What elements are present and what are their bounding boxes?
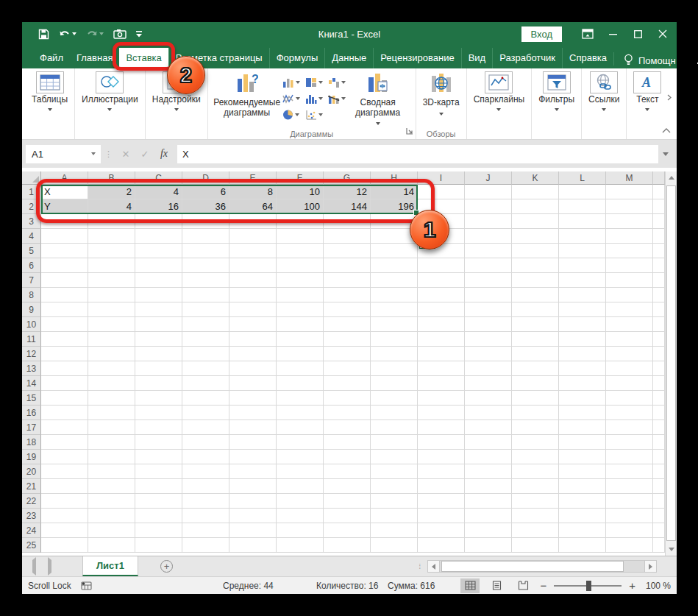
cell-E12[interactable] [229, 347, 277, 361]
cell-C15[interactable] [135, 391, 182, 406]
cell-E22[interactable] [229, 494, 277, 509]
row-header-6[interactable]: 6 [22, 258, 41, 273]
cell-I21[interactable] [418, 479, 465, 494]
cell-E18[interactable] [229, 435, 277, 450]
cell-K19[interactable] [512, 450, 559, 464]
ribbon-more-icon[interactable] [667, 91, 672, 104]
row-header-24[interactable]: 24 [22, 523, 41, 538]
cell-M8[interactable] [606, 288, 653, 302]
cell-A25[interactable] [41, 538, 88, 553]
cell-E17[interactable] [229, 420, 277, 435]
cell-H21[interactable] [371, 479, 418, 494]
cell-H12[interactable] [371, 347, 418, 361]
cell-partial[interactable] [653, 376, 665, 391]
cell-J13[interactable] [465, 361, 512, 376]
cell-H5[interactable] [371, 244, 418, 258]
cell-D17[interactable] [182, 420, 229, 435]
cell-H10[interactable] [371, 317, 418, 332]
cell-A19[interactable] [41, 450, 88, 464]
sparklines-button[interactable]: Спарклайны [471, 71, 528, 111]
cell-L20[interactable] [559, 464, 606, 479]
row-header-25[interactable]: 25 [22, 538, 41, 553]
cell-F18[interactable] [277, 435, 324, 450]
cell-B17[interactable] [88, 420, 135, 435]
cell-I19[interactable] [418, 450, 465, 464]
cell-A1[interactable]: X [41, 185, 88, 199]
cell-partial[interactable] [653, 523, 665, 538]
cell-B10[interactable] [88, 317, 135, 332]
cell-F13[interactable] [277, 361, 324, 376]
cell-D1[interactable]: 6 [182, 185, 229, 199]
cell-G23[interactable] [324, 509, 371, 523]
cell-J4[interactable] [465, 229, 512, 244]
cell-J19[interactable] [465, 450, 512, 464]
cell-partial[interactable] [653, 435, 665, 450]
cell-B7[interactable] [88, 273, 135, 288]
cell-K24[interactable] [512, 523, 559, 538]
cell-C22[interactable] [135, 494, 182, 509]
row-header-7[interactable]: 7 [22, 273, 41, 288]
cell-L19[interactable] [559, 450, 606, 464]
maximize-button[interactable] [625, 22, 650, 46]
cell-F25[interactable] [277, 538, 324, 553]
cell-B12[interactable] [88, 347, 135, 361]
cell-A7[interactable] [41, 273, 88, 288]
cell-partial[interactable] [653, 494, 665, 509]
cell-L18[interactable] [559, 435, 606, 450]
column-header-G[interactable]: G [324, 171, 371, 185]
cell-B8[interactable] [88, 288, 135, 302]
cell-M14[interactable] [606, 376, 653, 391]
cell-F24[interactable] [277, 523, 324, 538]
cell-A15[interactable] [41, 391, 88, 406]
cell-H6[interactable] [371, 258, 418, 273]
cell-A20[interactable] [41, 464, 88, 479]
cell-B2[interactable]: 4 [88, 199, 135, 214]
cell-partial[interactable] [653, 361, 665, 376]
minimize-button[interactable] [600, 22, 625, 46]
cell-A18[interactable] [41, 435, 88, 450]
cell-E14[interactable] [229, 376, 277, 391]
cell-H8[interactable] [371, 288, 418, 302]
cell-K5[interactable] [512, 244, 559, 258]
cell-E2[interactable]: 64 [229, 199, 277, 214]
select-all-corner[interactable] [22, 171, 41, 185]
row-header-14[interactable]: 14 [22, 376, 41, 391]
row-header-22[interactable]: 22 [22, 494, 41, 509]
cell-H14[interactable] [371, 376, 418, 391]
cell-L3[interactable] [559, 214, 606, 229]
cell-C1[interactable]: 4 [135, 185, 182, 199]
tab-file[interactable]: Файл [33, 48, 70, 68]
cell-L8[interactable] [559, 288, 606, 302]
cell-D16[interactable] [182, 406, 229, 420]
cell-B14[interactable] [88, 376, 135, 391]
line-chart-icon[interactable] [282, 91, 305, 107]
cell-B13[interactable] [88, 361, 135, 376]
cell-K16[interactable] [512, 406, 559, 420]
cell-G17[interactable] [324, 420, 371, 435]
cell-G24[interactable] [324, 523, 371, 538]
cell-F7[interactable] [277, 273, 324, 288]
row-header-12[interactable]: 12 [22, 347, 41, 361]
cell-L21[interactable] [559, 479, 606, 494]
cell-I11[interactable] [418, 332, 465, 347]
cell-G8[interactable] [324, 288, 371, 302]
cell-C3[interactable] [135, 214, 182, 229]
cell-E15[interactable] [229, 391, 277, 406]
cell-M10[interactable] [606, 317, 653, 332]
cell-G19[interactable] [324, 450, 371, 464]
cell-partial[interactable] [653, 273, 665, 288]
column-header-C[interactable]: C [135, 171, 182, 185]
cell-C16[interactable] [135, 406, 182, 420]
cell-M18[interactable] [606, 435, 653, 450]
cell-A24[interactable] [41, 523, 88, 538]
cell-J21[interactable] [465, 479, 512, 494]
cell-F21[interactable] [277, 479, 324, 494]
cell-K18[interactable] [512, 435, 559, 450]
cell-A10[interactable] [41, 317, 88, 332]
cell-D25[interactable] [182, 538, 229, 553]
cell-F11[interactable] [277, 332, 324, 347]
row-header-23[interactable]: 23 [22, 509, 41, 523]
cell-I20[interactable] [418, 464, 465, 479]
cell-G13[interactable] [324, 361, 371, 376]
column-header-E[interactable]: E [229, 171, 277, 185]
